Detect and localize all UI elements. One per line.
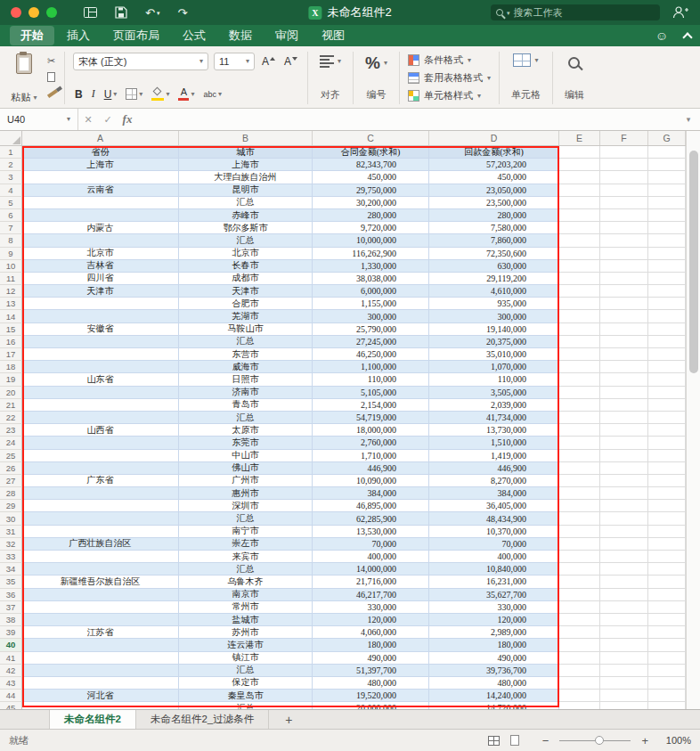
cell-B45[interactable]: 汇总 — [179, 702, 313, 709]
cell-E27[interactable] — [559, 475, 600, 487]
cell-G16[interactable] — [648, 336, 686, 348]
window-layout-button[interactable] — [84, 7, 97, 18]
cell-E33[interactable] — [559, 551, 600, 563]
formula-input[interactable] — [137, 109, 677, 130]
cell-A7[interactable]: 内蒙古 — [22, 222, 179, 234]
cell-F2[interactable] — [600, 159, 648, 171]
cell-B44[interactable]: 秦皇岛市 — [179, 690, 313, 702]
ribbon-tab-公式[interactable]: 公式 — [172, 26, 216, 45]
cell-A26[interactable] — [22, 462, 179, 475]
row-header-30[interactable]: 30 — [0, 512, 22, 525]
format-painter-button[interactable] — [47, 86, 58, 100]
row-header-9[interactable]: 9 — [0, 248, 22, 260]
cell-E28[interactable] — [559, 487, 600, 500]
cell-F11[interactable] — [600, 273, 648, 285]
cell-F8[interactable] — [600, 234, 648, 247]
cell-C19[interactable]: 110,000 — [313, 373, 429, 386]
cell-A24[interactable] — [22, 437, 179, 449]
cell-E29[interactable] — [559, 500, 600, 512]
cell-F37[interactable] — [600, 601, 648, 614]
cell-C7[interactable]: 9,720,000 — [313, 222, 429, 234]
cell-C4[interactable]: 29,750,000 — [313, 184, 429, 197]
cell-G5[interactable] — [648, 197, 686, 209]
cell-F45[interactable] — [600, 702, 648, 709]
cell-E17[interactable] — [559, 348, 600, 361]
cell-D5[interactable]: 23,500,000 — [429, 197, 559, 209]
bold-button[interactable]: B — [75, 88, 83, 101]
cell-A32[interactable]: 广西壮族自治区 — [22, 538, 179, 551]
cell-B1[interactable]: 城市 — [179, 146, 313, 159]
cell-E12[interactable] — [559, 285, 600, 298]
cell-C18[interactable]: 1,100,000 — [313, 361, 429, 373]
cell-B14[interactable]: 芜湖市 — [179, 310, 313, 322]
cell-C26[interactable]: 446,900 — [313, 462, 429, 475]
zoom-out-button[interactable]: − — [542, 734, 549, 747]
cell-E4[interactable] — [559, 184, 600, 197]
conditional-formatting-button[interactable]: 条件格式 ▾ — [408, 52, 491, 69]
cell-D4[interactable]: 23,050,000 — [429, 184, 559, 197]
cell-A28[interactable] — [22, 487, 179, 500]
cell-C34[interactable]: 14,000,000 — [313, 563, 429, 575]
cell-C11[interactable]: 38,038,000 — [313, 273, 429, 285]
cell-F35[interactable] — [600, 575, 648, 588]
cell-A40[interactable] — [22, 639, 179, 651]
cell-B37[interactable]: 常州市 — [179, 601, 313, 614]
cell-E44[interactable] — [559, 690, 600, 702]
cell-B11[interactable]: 成都市 — [179, 273, 313, 285]
cell-F1[interactable] — [600, 146, 648, 159]
cell-F36[interactable] — [600, 589, 648, 601]
cell-F42[interactable] — [600, 665, 648, 677]
cell-F31[interactable] — [600, 526, 648, 538]
cell-F38[interactable] — [600, 614, 648, 626]
cell-G36[interactable] — [648, 589, 686, 601]
cell-D36[interactable]: 35,627,700 — [429, 589, 559, 601]
cell-A41[interactable] — [22, 652, 179, 665]
cell-B35[interactable]: 乌鲁木齐 — [179, 575, 313, 588]
cell-B6[interactable]: 赤峰市 — [179, 209, 313, 222]
cell-A20[interactable] — [22, 387, 179, 399]
cell-C16[interactable]: 27,245,000 — [313, 336, 429, 348]
row-header-8[interactable]: 8 — [0, 234, 22, 247]
cell-C30[interactable]: 62,285,900 — [313, 512, 429, 525]
cell-A43[interactable] — [22, 677, 179, 690]
cell-B13[interactable]: 合肥市 — [179, 298, 313, 310]
cell-G42[interactable] — [648, 665, 686, 677]
cell-A8[interactable] — [22, 234, 179, 247]
cell-D9[interactable]: 72,350,600 — [429, 248, 559, 260]
cell-G43[interactable] — [648, 677, 686, 690]
row-header-42[interactable]: 42 — [0, 665, 22, 677]
row-header-25[interactable]: 25 — [0, 450, 22, 462]
alignment-button[interactable]: ▾ — [320, 53, 341, 69]
cell-E14[interactable] — [559, 310, 600, 322]
column-header-G[interactable]: G — [648, 131, 686, 145]
cell-B33[interactable]: 来宾市 — [179, 551, 313, 563]
cell-C10[interactable]: 1,330,000 — [313, 260, 429, 273]
column-header-C[interactable]: C — [313, 131, 429, 145]
cell-B16[interactable]: 汇总 — [179, 336, 313, 348]
cell-B12[interactable]: 天津市 — [179, 285, 313, 298]
cell-C37[interactable]: 330,000 — [313, 601, 429, 614]
row-header-44[interactable]: 44 — [0, 690, 22, 702]
font-size-select[interactable]: 11 ▾ — [214, 53, 255, 70]
cell-D39[interactable]: 2,989,000 — [429, 626, 559, 639]
cell-G24[interactable] — [648, 437, 686, 449]
cell-B19[interactable]: 日照市 — [179, 373, 313, 386]
cell-B32[interactable]: 崇左市 — [179, 538, 313, 551]
cell-D14[interactable]: 300,000 — [429, 310, 559, 322]
column-header-D[interactable]: D — [429, 131, 559, 145]
cell-G30[interactable] — [648, 512, 686, 525]
cell-D29[interactable]: 36,405,000 — [429, 500, 559, 512]
vertical-scrollbar[interactable] — [686, 131, 700, 709]
cell-E42[interactable] — [559, 665, 600, 677]
cell-A3[interactable] — [22, 171, 179, 184]
row-header-35[interactable]: 35 — [0, 575, 22, 588]
cell-B39[interactable]: 苏州市 — [179, 626, 313, 639]
row-header-6[interactable]: 6 — [0, 209, 22, 222]
cell-D18[interactable]: 1,070,000 — [429, 361, 559, 373]
column-header-E[interactable]: E — [559, 131, 600, 145]
cell-C17[interactable]: 46,250,000 — [313, 348, 429, 361]
cell-D2[interactable]: 57,203,200 — [429, 159, 559, 171]
row-header-1[interactable]: 1 — [0, 146, 22, 159]
cancel-button[interactable]: ✕ — [78, 114, 98, 126]
cell-B2[interactable]: 上海市 — [179, 159, 313, 171]
